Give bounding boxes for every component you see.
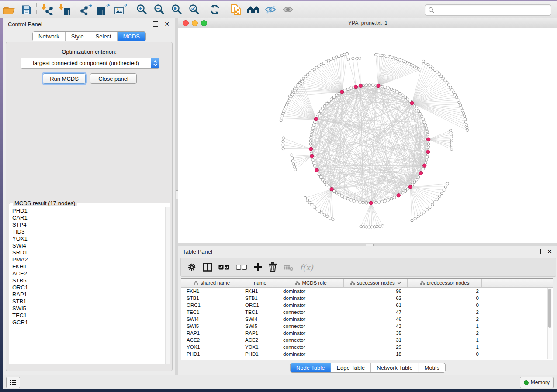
mcds-hub-node[interactable] [410, 101, 414, 105]
table-cell[interactable]: ORC1 [242, 303, 278, 308]
mcds-hub-node[interactable] [309, 147, 312, 151]
show-columns-button[interactable] [203, 263, 212, 272]
network-node[interactable] [311, 203, 313, 206]
network-node[interactable] [365, 226, 367, 228]
network-node[interactable] [463, 115, 466, 117]
network-node[interactable] [332, 218, 334, 221]
network-node[interactable] [384, 86, 387, 89]
table-settings-button[interactable] [187, 262, 197, 272]
mcds-result-item[interactable]: ACE2 [10, 270, 166, 277]
tab-edge-table[interactable]: Edge Table [331, 363, 371, 372]
network-node[interactable] [319, 110, 322, 112]
mcds-result-item[interactable]: YOX1 [10, 235, 166, 242]
network-node[interactable] [282, 137, 284, 139]
network-node[interactable] [419, 112, 422, 115]
table-row[interactable]: RAP1RAP1dominator352 [181, 330, 553, 337]
copy-network-button[interactable] [227, 3, 245, 17]
table-cell[interactable]: YOX1 [181, 344, 242, 350]
network-node[interactable] [321, 212, 323, 214]
network-node[interactable] [335, 94, 338, 96]
network-node[interactable] [427, 143, 430, 145]
network-node[interactable] [328, 186, 330, 188]
table-row[interactable]: TEC1TEC1connector472 [181, 309, 553, 316]
mcds-hub-node[interactable] [310, 154, 314, 158]
mcds-list-scrollbar[interactable] [165, 207, 170, 364]
first-neighbors-button[interactable] [245, 3, 262, 17]
network-node[interactable] [465, 123, 468, 126]
network-node[interactable] [449, 129, 452, 132]
mcds-result-item[interactable]: TEC1 [10, 312, 166, 319]
table-cell[interactable]: FKH1 [181, 289, 242, 294]
network-node[interactable] [459, 104, 462, 107]
close-panel-icon[interactable]: ✕ [547, 249, 552, 254]
network-node[interactable] [431, 67, 434, 69]
network-node[interactable] [329, 217, 331, 219]
network-node[interactable] [311, 127, 314, 130]
network-node[interactable] [444, 79, 446, 82]
task-history-button[interactable] [6, 377, 20, 388]
network-node[interactable] [319, 176, 322, 179]
table-row[interactable]: STB1STB1dominator620 [181, 295, 553, 302]
tab-network[interactable]: Network [33, 32, 66, 41]
import-network-button[interactable] [38, 3, 56, 17]
table-row[interactable]: ACE2ACE2connector311 [181, 337, 553, 344]
table-cell[interactable]: YOX1 [242, 344, 278, 350]
float-panel-icon[interactable] [153, 21, 158, 27]
network-node[interactable] [427, 63, 429, 66]
network-node[interactable] [365, 202, 368, 204]
network-node[interactable] [424, 124, 427, 127]
mcds-result-item[interactable]: SRD1 [10, 249, 166, 256]
delete-table-button[interactable] [283, 263, 294, 271]
network-node[interactable] [413, 104, 416, 107]
table-cell[interactable]: 2 [408, 316, 482, 322]
network-node[interactable] [426, 133, 429, 136]
network-node[interactable] [466, 126, 468, 129]
network-node[interactable] [368, 84, 371, 86]
network-node[interactable] [294, 168, 297, 171]
table-cell[interactable]: connector [278, 344, 344, 350]
export-network-button[interactable] [77, 3, 94, 17]
network-node[interactable] [449, 86, 452, 89]
deselect-all-button[interactable] [236, 264, 247, 270]
network-node[interactable] [422, 168, 424, 170]
save-session-button[interactable] [17, 3, 35, 17]
network-node[interactable] [457, 99, 459, 101]
network-node[interactable] [343, 53, 346, 56]
network-node[interactable] [446, 82, 448, 84]
network-node[interactable] [451, 89, 453, 91]
mcds-hub-node[interactable] [419, 172, 422, 175]
mcds-result-item[interactable]: FKH1 [10, 263, 166, 270]
network-node[interactable] [429, 65, 432, 68]
network-node[interactable] [460, 107, 463, 109]
network-node[interactable] [335, 56, 338, 58]
mcds-hub-node[interactable] [423, 164, 426, 167]
network-node[interactable] [321, 179, 324, 181]
mcds-hub-node[interactable] [315, 168, 318, 172]
mcds-hub-node[interactable] [354, 85, 357, 89]
network-node[interactable] [398, 92, 401, 95]
network-node[interactable] [415, 179, 418, 181]
network-node[interactable] [330, 58, 332, 61]
table-cell[interactable]: 1 [408, 323, 482, 329]
network-node[interactable] [381, 200, 384, 203]
network-node[interactable] [426, 209, 429, 211]
network-node[interactable] [291, 157, 294, 159]
table-cell[interactable]: 0 [408, 296, 482, 301]
network-node[interactable] [356, 57, 358, 60]
table-cell[interactable]: SWI4 [181, 316, 242, 322]
network-node[interactable] [378, 201, 381, 203]
network-node[interactable] [304, 196, 307, 199]
network-node[interactable] [464, 117, 466, 120]
network-node[interactable] [370, 226, 373, 228]
network-node[interactable] [310, 133, 313, 136]
mcds-hub-node[interactable] [330, 187, 333, 191]
table-row[interactable]: ORC1ORC1dominator610 [181, 302, 553, 309]
network-node[interactable] [447, 84, 450, 86]
table-scrollbar[interactable] [547, 288, 552, 359]
network-node[interactable] [306, 199, 309, 202]
zoom-out-button[interactable] [150, 3, 168, 17]
network-node[interactable] [321, 107, 324, 110]
network-node[interactable] [423, 121, 426, 124]
network-node[interactable] [323, 104, 326, 107]
network-node[interactable] [420, 213, 422, 216]
